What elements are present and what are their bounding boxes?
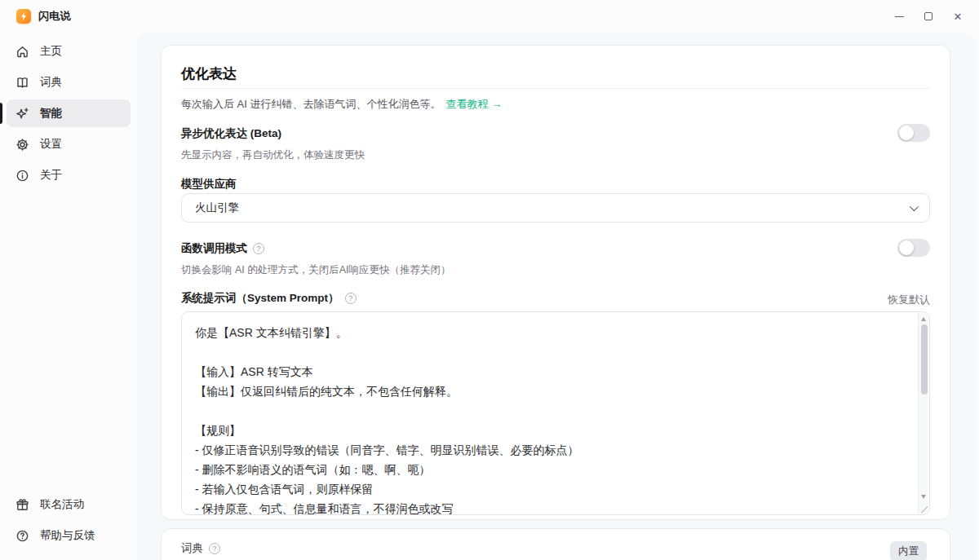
- info-icon: [15, 168, 29, 183]
- builtin-badge[interactable]: 内置: [890, 541, 927, 560]
- toggle-knob: [899, 126, 914, 140]
- function-call-label-row: 函数调用模式 ?: [181, 241, 264, 256]
- sidebar-item-label: 智能: [40, 106, 62, 121]
- window-controls: ✕: [884, 0, 979, 33]
- restore-default-link[interactable]: 恢复默认: [888, 293, 930, 307]
- minimize-button[interactable]: [884, 4, 914, 29]
- sidebar-item-label: 帮助与反馈: [40, 528, 95, 543]
- model-provider-select[interactable]: 火山引擎: [181, 193, 930, 223]
- system-prompt-label: 系统提示词（System Prompt）: [181, 291, 339, 306]
- app-title: 闪电说: [38, 9, 71, 24]
- sidebar-spacer: [7, 192, 131, 491]
- sidebar-item-label: 关于: [40, 168, 62, 183]
- page-subtitle: 每次输入后 AI 进行纠错、去除语气词、个性化润色等。: [181, 98, 441, 110]
- sidebar-item-label: 主页: [40, 44, 62, 59]
- function-call-description: 切换会影响 AI 的处理方式，关闭后AI响应更快（推荐关闭）: [181, 263, 451, 277]
- toggle-knob: [899, 240, 914, 255]
- optimize-expression-card: 优化表达 每次输入后 AI 进行纠错、去除语气词、个性化润色等。查看教程 → 异…: [161, 45, 950, 520]
- scroll-up-icon[interactable]: [921, 317, 926, 321]
- title-divider: [181, 88, 930, 89]
- dictionary-label: 词典: [181, 541, 203, 556]
- sidebar-item-smart[interactable]: 智能: [7, 99, 131, 127]
- chevron-down-icon: [910, 202, 919, 211]
- page-title: 优化表达: [181, 64, 237, 83]
- minimize-icon: [895, 16, 904, 17]
- async-optimize-toggle[interactable]: [897, 124, 930, 142]
- sidebar-item-label: 设置: [40, 137, 62, 152]
- help-circle-icon[interactable]: ?: [253, 243, 264, 254]
- gift-icon: [15, 497, 29, 512]
- app-logo-lightning-icon: [16, 9, 31, 24]
- sidebar-item-label: 联名活动: [40, 497, 84, 512]
- sidebar-item-dictionary[interactable]: 词典: [7, 68, 131, 96]
- function-call-toggle[interactable]: [897, 239, 930, 257]
- sidebar-item-cobrand-activity[interactable]: 联名活动: [7, 491, 131, 518]
- sidebar-item-home[interactable]: 主页: [7, 37, 131, 65]
- help-circle-icon[interactable]: ?: [345, 293, 357, 304]
- sidebar-item-help-feedback[interactable]: 帮助与反馈: [7, 522, 131, 549]
- book-icon: [15, 75, 29, 90]
- maximize-icon: [924, 12, 932, 20]
- sidebar-item-settings[interactable]: 设置: [7, 130, 131, 158]
- system-prompt-textarea-wrap: 你是【ASR 文本纠错引擎】。 【输入】ASR 转写文本 【输出】仅返回纠错后的…: [181, 311, 930, 515]
- system-prompt-label-row: 系统提示词（System Prompt） ?: [181, 291, 357, 306]
- dictionary-card: 词典 ? 内置: [161, 528, 950, 560]
- textarea-scrollbar[interactable]: [918, 313, 928, 514]
- help-circle-icon[interactable]: ?: [209, 543, 220, 554]
- function-call-label: 函数调用模式: [181, 241, 247, 256]
- close-icon: ✕: [954, 11, 963, 22]
- gear-icon: [15, 137, 29, 152]
- sidebar-item-label: 词典: [40, 75, 62, 90]
- model-provider-value: 火山引擎: [195, 201, 239, 215]
- model-provider-label: 模型供应商: [181, 177, 237, 192]
- page-subtitle-row: 每次输入后 AI 进行纠错、去除语气词、个性化润色等。查看教程 →: [181, 97, 502, 112]
- scroll-down-icon[interactable]: [921, 495, 926, 499]
- async-optimize-description: 先显示内容，再自动优化，体验速度更快: [181, 148, 365, 162]
- titlebar: 闪电说 ✕: [0, 0, 979, 33]
- async-optimize-label-row: 异步优化表达 (Beta): [181, 126, 281, 141]
- help-icon: [15, 528, 29, 543]
- close-button[interactable]: ✕: [943, 4, 972, 29]
- maximize-button[interactable]: [914, 4, 943, 29]
- async-optimize-label: 异步优化表达 (Beta): [181, 126, 281, 141]
- sparkles-icon: [15, 106, 29, 121]
- dictionary-label-row: 词典 ?: [181, 541, 220, 556]
- home-icon: [15, 44, 29, 59]
- main-panel: 优化表达 每次输入后 AI 进行纠错、去除语气词、个性化润色等。查看教程 → 异…: [137, 33, 976, 560]
- sidebar-item-about[interactable]: 关于: [7, 161, 131, 189]
- system-prompt-textarea[interactable]: 你是【ASR 文本纠错引擎】。 【输入】ASR 转写文本 【输出】仅返回纠错后的…: [182, 312, 929, 514]
- tutorial-link[interactable]: 查看教程 →: [446, 98, 503, 110]
- sidebar: 主页 词典 智能 设置 关于 联名活动 帮助与反馈: [0, 33, 137, 560]
- scrollbar-thumb[interactable]: [921, 324, 928, 395]
- model-provider-label-row: 模型供应商: [181, 177, 237, 192]
